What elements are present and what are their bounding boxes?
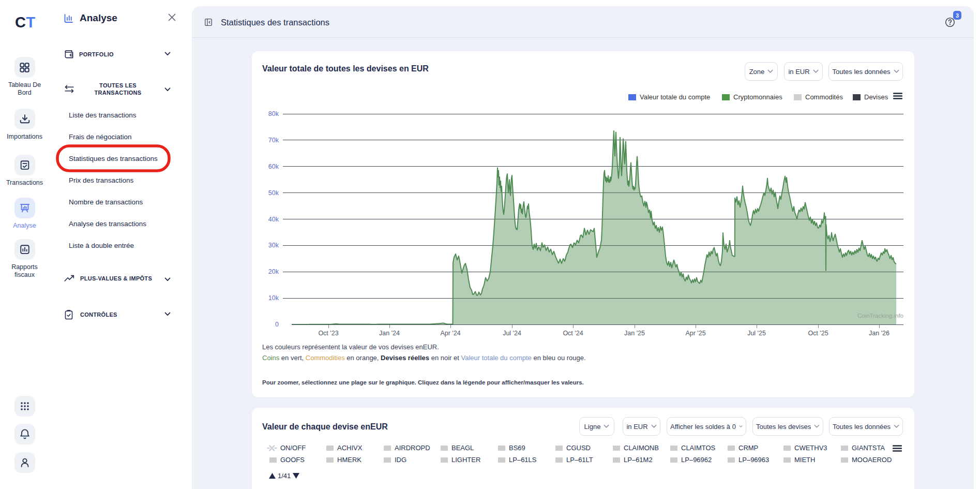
svg-text:Jan '24: Jan '24 bbox=[379, 330, 400, 337]
svg-text:60k: 60k bbox=[268, 163, 279, 170]
svg-text:Jul '24: Jul '24 bbox=[503, 330, 521, 337]
svg-text:80k: 80k bbox=[268, 110, 279, 117]
svg-text:10k: 10k bbox=[268, 294, 279, 302]
svg-text:Oct '23: Oct '23 bbox=[318, 330, 338, 337]
svg-text:50k: 50k bbox=[268, 189, 279, 197]
svg-text:Jan '25: Jan '25 bbox=[624, 330, 645, 337]
svg-text:CoinTracking.info: CoinTracking.info bbox=[857, 313, 903, 319]
svg-text:Oct '24: Oct '24 bbox=[563, 330, 583, 337]
svg-text:40k: 40k bbox=[268, 216, 279, 223]
svg-text:70k: 70k bbox=[268, 137, 279, 144]
svg-text:20k: 20k bbox=[268, 268, 279, 275]
svg-text:Oct '25: Oct '25 bbox=[808, 330, 828, 337]
svg-text:0: 0 bbox=[275, 321, 279, 328]
svg-text:Jan '26: Jan '26 bbox=[869, 330, 889, 337]
svg-text:30k: 30k bbox=[268, 242, 279, 249]
svg-text:Apr '24: Apr '24 bbox=[440, 330, 460, 337]
svg-text:Jul '25: Jul '25 bbox=[747, 330, 766, 337]
svg-text:Apr '25: Apr '25 bbox=[685, 330, 705, 337]
